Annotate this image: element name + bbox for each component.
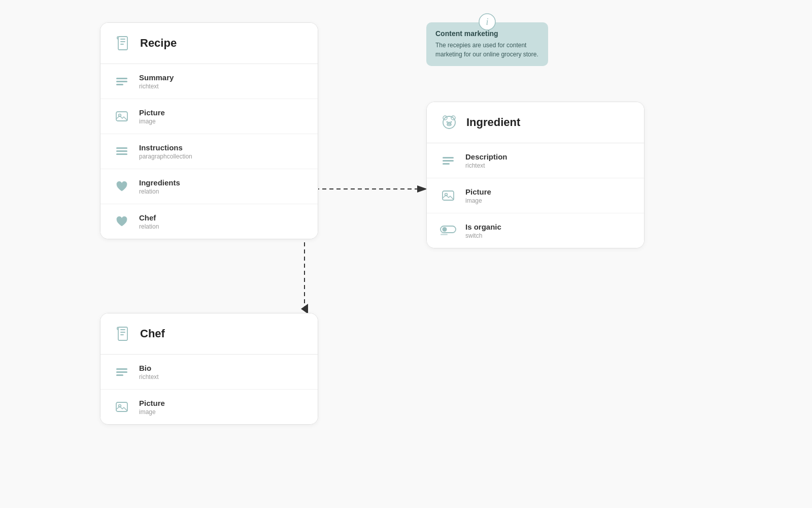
ingredient-card: Ingredient Description richtext (426, 102, 645, 248)
svg-rect-32 (441, 234, 448, 235)
tooltip-box: i Content marketing The recepies are use… (426, 22, 548, 66)
bio-text: Bio richtext (139, 364, 159, 380)
recipe-ingredients-row: Ingredients relation (100, 169, 318, 204)
svg-rect-27 (443, 163, 450, 165)
ingredients-label: Ingredients (139, 178, 180, 187)
description-type: richtext (465, 162, 507, 169)
chef-label: Chef (139, 213, 159, 222)
recipe-chef-row: Chef relation (100, 204, 318, 239)
bio-type: richtext (139, 373, 159, 380)
bio-icon (113, 363, 131, 381)
svg-point-31 (443, 227, 447, 232)
chef-picture-label: Picture (139, 399, 165, 407)
ingredient-picture-icon (439, 186, 457, 205)
picture-type: image (139, 118, 165, 125)
chef-card-title: Chef (140, 327, 165, 340)
chef-card-header: Chef (100, 313, 318, 355)
picture-icon (113, 107, 131, 125)
instructions-text: Instructions paragraphcollection (139, 143, 192, 160)
chef-picture-row: Picture image (100, 390, 318, 424)
summary-type: richtext (139, 83, 174, 90)
ingredients-type: relation (139, 188, 180, 195)
chef-text: Chef relation (139, 213, 159, 230)
info-icon: i (479, 13, 496, 30)
picture-label: Picture (139, 108, 165, 117)
ingredient-picture-type: image (465, 197, 491, 204)
bio-label: Bio (139, 364, 159, 372)
ingredient-picture-row: Picture image (427, 178, 644, 213)
chef-picture-type: image (139, 408, 165, 416)
svg-rect-36 (116, 374, 123, 376)
svg-point-21 (447, 121, 448, 123)
svg-rect-37 (116, 402, 127, 411)
tooltip-description: The recepies are used for content market… (435, 41, 539, 59)
svg-point-22 (451, 121, 452, 123)
recipe-instructions-row: Instructions paragraphcollection (100, 134, 318, 169)
ingredients-text: Ingredients relation (139, 178, 180, 195)
instructions-type: paragraphcollection (139, 153, 192, 160)
ingredient-title: Ingredient (466, 116, 520, 129)
ingredient-isorganic-row: Is organic switch (427, 213, 644, 248)
svg-rect-14 (116, 147, 127, 149)
recipe-picture-row: Picture image (100, 99, 318, 134)
chef-card: Chef Bio richtext (100, 313, 318, 425)
description-icon (439, 151, 457, 170)
picture-text: Picture image (139, 108, 165, 125)
chef-picture-text: Picture image (139, 399, 165, 416)
description-text: Description richtext (465, 152, 507, 169)
recipe-summary-row: Summary richtext (100, 64, 318, 99)
ingredients-icon (113, 177, 131, 196)
svg-rect-28 (443, 191, 454, 200)
recipe-card: Recipe Summary richtext (100, 22, 318, 239)
svg-rect-26 (443, 160, 454, 162)
svg-rect-25 (443, 157, 454, 158)
summary-icon (113, 72, 131, 90)
recipe-title: Recipe (140, 37, 177, 50)
ingredient-card-header: Ingredient (427, 102, 644, 143)
svg-rect-11 (116, 84, 123, 85)
ingredient-picture-text: Picture image (465, 187, 491, 204)
recipe-card-header: Recipe (100, 23, 318, 64)
svg-rect-33 (118, 327, 127, 340)
diagram-canvas: i Content marketing The recepies are use… (0, 0, 812, 508)
svg-rect-34 (116, 368, 127, 370)
instructions-icon (113, 142, 131, 161)
switch-icon (439, 221, 457, 240)
ingredient-picture-label: Picture (465, 187, 491, 196)
recipe-icon (113, 33, 133, 53)
svg-rect-35 (116, 371, 127, 373)
svg-rect-15 (116, 150, 127, 152)
ingredient-icon (439, 112, 459, 133)
chef-icon (113, 324, 133, 344)
chef-bio-row: Bio richtext (100, 355, 318, 390)
svg-text:i: i (486, 17, 488, 27)
svg-rect-8 (118, 37, 127, 50)
chef-type: relation (139, 223, 159, 230)
svg-rect-9 (116, 78, 127, 79)
isorganic-type: switch (465, 232, 501, 239)
svg-rect-10 (116, 81, 127, 82)
isorganic-text: Is organic switch (465, 223, 501, 239)
ingredient-description-row: Description richtext (427, 143, 644, 178)
description-label: Description (465, 152, 507, 161)
summary-text: Summary richtext (139, 73, 174, 90)
svg-rect-12 (116, 112, 127, 121)
summary-label: Summary (139, 73, 174, 82)
chef-picture-icon (113, 398, 131, 416)
instructions-label: Instructions (139, 143, 192, 152)
isorganic-label: Is organic (465, 223, 501, 231)
svg-rect-16 (116, 153, 127, 155)
chef-relation-icon (113, 212, 131, 231)
